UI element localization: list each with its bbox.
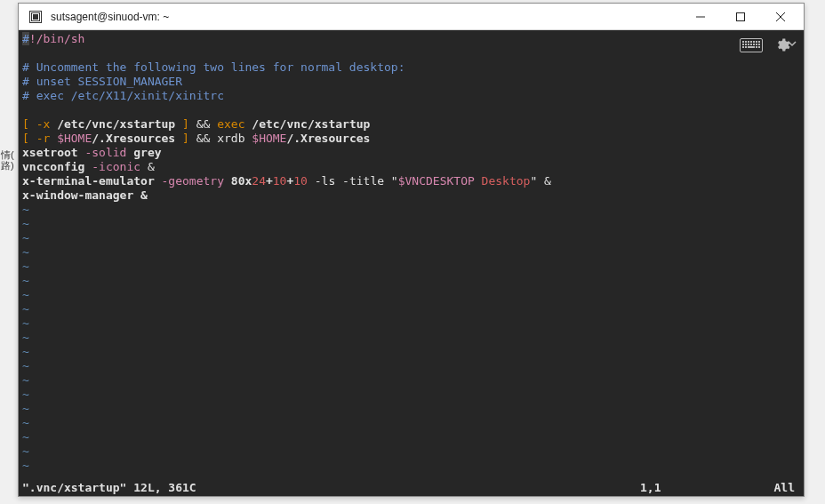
titlebar[interactable]: sutsagent@sinuod-vm: ~ bbox=[19, 4, 804, 30]
app-icon bbox=[28, 9, 44, 25]
status-file: ".vnc/xstartup" 12L, 361C bbox=[22, 481, 640, 495]
tilde-line: ~ bbox=[22, 217, 802, 231]
svg-rect-21 bbox=[745, 46, 747, 48]
tilde-line: ~ bbox=[22, 203, 802, 217]
tilde-line: ~ bbox=[22, 430, 802, 444]
vim-statusbar: ".vnc/xstartup" 12L, 361C 1,1 All bbox=[20, 481, 802, 495]
svg-rect-22 bbox=[748, 46, 755, 48]
maximize-button[interactable] bbox=[720, 4, 760, 29]
svg-rect-17 bbox=[753, 44, 755, 45]
tilde-line: ~ bbox=[22, 288, 802, 302]
svg-rect-24 bbox=[758, 46, 760, 48]
tilde-line: ~ bbox=[22, 331, 802, 345]
minimize-button[interactable] bbox=[680, 4, 720, 29]
terminal-toolbar bbox=[740, 36, 797, 54]
comment-line: # Uncomment the following two lines for … bbox=[22, 60, 802, 75]
svg-rect-19 bbox=[758, 44, 760, 45]
status-position: 1,1 bbox=[640, 481, 747, 495]
tilde-line: ~ bbox=[22, 373, 802, 388]
code-line: vncconfig -iconic & bbox=[22, 160, 802, 174]
svg-rect-13 bbox=[742, 44, 744, 45]
svg-rect-15 bbox=[748, 44, 749, 45]
svg-rect-9 bbox=[750, 41, 752, 43]
svg-rect-10 bbox=[753, 41, 755, 43]
chevron-down-icon[interactable] bbox=[788, 36, 797, 54]
svg-rect-12 bbox=[758, 41, 760, 43]
svg-rect-23 bbox=[756, 46, 757, 48]
terminal-window: sutsagent@sinuod-vm: ~ bbox=[18, 3, 805, 497]
terminal-area[interactable]: #!/bin/sh# Uncomment the following two l… bbox=[19, 30, 804, 496]
svg-rect-16 bbox=[750, 44, 752, 45]
tilde-line: ~ bbox=[22, 274, 802, 288]
code-line: [ -x /etc/vnc/xstartup ] && exec /etc/vn… bbox=[22, 117, 802, 132]
svg-rect-18 bbox=[756, 44, 757, 45]
shebang-hash: # bbox=[22, 32, 29, 45]
keyboard-icon[interactable] bbox=[740, 37, 763, 53]
tilde-line: ~ bbox=[22, 345, 802, 359]
svg-rect-14 bbox=[745, 44, 747, 45]
tilde-line: ~ bbox=[22, 231, 802, 245]
svg-rect-20 bbox=[742, 46, 744, 48]
tilde-line: ~ bbox=[22, 459, 802, 473]
tilde-line: ~ bbox=[22, 359, 802, 373]
editor-content[interactable]: #!/bin/sh# Uncomment the following two l… bbox=[20, 32, 802, 480]
svg-rect-7 bbox=[745, 41, 747, 43]
tilde-line: ~ bbox=[22, 402, 802, 416]
shebang: !/bin/sh bbox=[29, 32, 85, 45]
window-title: sutsagent@sinuod-vm: ~ bbox=[51, 11, 680, 23]
background-fragment: 情( 路) bbox=[1, 149, 14, 171]
tilde-line: ~ bbox=[22, 416, 802, 430]
code-line: [ -r $HOME/.Xresources ] && xrdb $HOME/.… bbox=[22, 132, 802, 146]
svg-rect-3 bbox=[33, 14, 38, 20]
svg-rect-6 bbox=[742, 41, 744, 43]
comment-line: # exec /etc/X11/xinit/xinitrc bbox=[22, 89, 802, 103]
status-percent: All bbox=[747, 481, 800, 495]
svg-rect-8 bbox=[748, 41, 749, 43]
svg-rect-11 bbox=[756, 41, 757, 43]
comment-line: # unset SESSION_MANAGER bbox=[22, 75, 802, 89]
code-line: x-window-manager & bbox=[22, 188, 802, 203]
code-line: x-terminal-emulator -geometry 80x24+10+1… bbox=[22, 174, 802, 188]
tilde-line: ~ bbox=[22, 316, 802, 331]
svg-rect-4 bbox=[736, 12, 744, 20]
close-button[interactable] bbox=[760, 4, 800, 29]
tilde-line: ~ bbox=[22, 444, 802, 459]
window-controls bbox=[680, 4, 800, 29]
tilde-line: ~ bbox=[22, 388, 802, 402]
code-line: xsetroot -solid grey bbox=[22, 146, 802, 160]
tilde-line: ~ bbox=[22, 260, 802, 274]
tilde-line: ~ bbox=[22, 302, 802, 316]
tilde-line: ~ bbox=[22, 245, 802, 260]
